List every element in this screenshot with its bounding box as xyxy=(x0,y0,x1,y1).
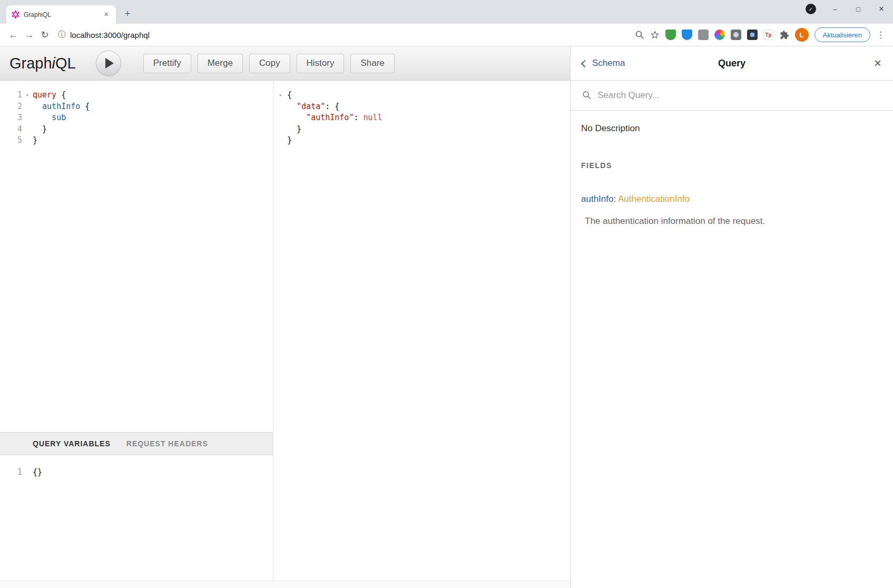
query-editor[interactable]: 1▾query {2 authInfo {3 sub4 }5} xyxy=(0,81,273,432)
fold-arrow-icon[interactable]: ▾ xyxy=(273,90,287,101)
zoom-icon[interactable] xyxy=(635,30,644,40)
field-type-link[interactable]: AuthenticationInfo xyxy=(618,194,690,204)
execute-query-button[interactable] xyxy=(96,51,121,76)
page-info-icon[interactable]: ⓘ xyxy=(58,30,65,40)
variables-tab-bar: QUERY VARIABLESREQUEST HEADERS xyxy=(0,432,273,455)
line-number: 2 xyxy=(0,101,22,113)
window-minimize-button[interactable]: – xyxy=(823,0,847,18)
code-line: "data": { xyxy=(273,101,570,113)
code-line: 3 sub xyxy=(0,112,273,124)
code-line: 1{} xyxy=(0,467,273,478)
doc-back-button[interactable]: Schema xyxy=(582,58,625,68)
fold-gutter xyxy=(22,467,33,478)
doc-fields-header: FIELDS xyxy=(581,161,882,170)
fold-gutter xyxy=(273,112,287,124)
fold-gutter xyxy=(22,135,33,146)
window-maximize-button[interactable]: □ xyxy=(847,0,870,18)
browser-tab[interactable]: GraphiQL × xyxy=(6,5,116,24)
extension-icon-color-wheel[interactable] xyxy=(714,30,725,40)
extension-icon-green-shield[interactable] xyxy=(665,30,676,40)
browser-window: GraphiQL × + ✓ – □ × ← → ↻ ⓘ localhost:3… xyxy=(0,0,893,588)
profile-avatar[interactable]: L xyxy=(795,28,809,42)
bookmark-star-icon[interactable] xyxy=(650,30,660,40)
fold-gutter xyxy=(22,101,33,113)
fold-gutter xyxy=(22,124,33,135)
extension-icon-dark[interactable] xyxy=(747,30,758,40)
graphql-favicon-icon xyxy=(12,11,19,18)
doc-header: Schema Query × xyxy=(571,46,893,81)
field-description: The authentication information of the re… xyxy=(581,216,882,227)
graphiql-toolbar: GraphiQL PrettifyMergeCopyHistoryShare xyxy=(0,46,570,81)
fold-gutter xyxy=(273,124,287,135)
result-viewer[interactable]: ▾{ "data": { "authInfo": null }} xyxy=(273,81,570,581)
fold-gutter xyxy=(22,112,33,124)
extension-icon-blue-shield[interactable] xyxy=(682,30,692,40)
code-line: ▾{ xyxy=(273,90,570,101)
address-bar[interactable]: ⓘ localhost:3000/graphql xyxy=(58,30,635,40)
code-line: } xyxy=(273,124,570,135)
doc-back-label: Schema xyxy=(592,58,625,68)
editor-panes: 1▾query {2 authInfo {3 sub4 }5} QUERY VA… xyxy=(0,81,570,581)
fold-gutter xyxy=(273,135,287,146)
doc-description: No Description xyxy=(581,123,882,134)
line-number: 5 xyxy=(0,135,22,146)
extension-icon-tp[interactable]: Tp xyxy=(763,30,774,40)
field-separator: : xyxy=(613,194,618,204)
doc-body: No Description FIELDS authInfo: Authenti… xyxy=(571,111,893,239)
browser-navbar: ← → ↻ ⓘ localhost:3000/graphql Tp L xyxy=(0,24,893,46)
doc-field-item: authInfo: AuthenticationInfoThe authenti… xyxy=(581,194,882,227)
toolbar-button-history[interactable]: History xyxy=(297,54,345,73)
code-line: 1▾query { xyxy=(0,90,273,101)
line-number: 3 xyxy=(0,112,22,124)
browser-menu-icon[interactable]: ⋮ xyxy=(876,30,885,41)
search-icon xyxy=(582,91,592,100)
horizontal-scrollbar[interactable] xyxy=(0,581,570,588)
line-number: 1 xyxy=(0,90,22,101)
toolbar-button-prettify[interactable]: Prettify xyxy=(143,54,191,73)
line-number: 4 xyxy=(0,124,22,135)
fold-arrow-icon[interactable]: ▾ xyxy=(22,90,33,101)
refresh-extension-button[interactable]: Aktualisieren xyxy=(815,27,870,42)
new-tab-button[interactable]: + xyxy=(120,6,135,21)
window-close-button[interactable]: × xyxy=(870,0,893,18)
field-name-link[interactable]: authInfo xyxy=(581,194,613,204)
doc-search-input[interactable] xyxy=(597,90,881,101)
code-line: } xyxy=(273,135,570,146)
toolbar-button-group: PrettifyMergeCopyHistoryShare xyxy=(143,54,395,73)
doc-search-box[interactable] xyxy=(571,81,893,111)
code-line: 5} xyxy=(0,135,273,146)
toolbar-button-merge[interactable]: Merge xyxy=(198,54,243,73)
play-icon xyxy=(105,58,114,68)
fold-gutter xyxy=(273,101,287,113)
window-controls: ✓ – □ × xyxy=(806,0,893,18)
code-line: 4 } xyxy=(0,124,273,135)
toolbar-button-copy[interactable]: Copy xyxy=(249,54,290,73)
doc-field-signature: authInfo: AuthenticationInfo xyxy=(581,194,882,204)
graphiql-workspace: GraphiQL PrettifyMergeCopyHistoryShare 1… xyxy=(0,46,570,588)
extension-icon-camera[interactable] xyxy=(731,30,741,40)
back-icon[interactable]: ← xyxy=(5,30,21,41)
navbar-actions: Tp L Aktualisieren ⋮ xyxy=(635,27,888,42)
browser-status-badge-icon[interactable]: ✓ xyxy=(806,4,816,14)
url-text[interactable]: localhost:3000/graphql xyxy=(70,31,150,40)
query-pane: 1▾query {2 authInfo {3 sub4 }5} QUERY VA… xyxy=(0,81,273,581)
variables-tab-request-headers[interactable]: REQUEST HEADERS xyxy=(126,439,208,448)
browser-tab-strip: GraphiQL × + ✓ – □ × xyxy=(0,0,893,24)
variables-editor[interactable]: 1{} xyxy=(0,455,273,581)
tab-close-icon[interactable]: × xyxy=(102,10,111,19)
toolbar-button-share[interactable]: Share xyxy=(350,54,394,73)
chevron-left-icon xyxy=(581,60,588,67)
doc-close-button[interactable]: × xyxy=(874,57,881,70)
forward-icon[interactable]: → xyxy=(21,30,37,41)
extension-icon-gray[interactable] xyxy=(698,30,709,40)
variables-tab-query-variables[interactable]: QUERY VARIABLES xyxy=(33,439,111,448)
code-line: "authInfo": null xyxy=(273,112,570,124)
line-number: 1 xyxy=(0,467,22,478)
doc-fields-list: authInfo: AuthenticationInfoThe authenti… xyxy=(581,194,882,227)
reload-icon[interactable]: ↻ xyxy=(37,29,53,41)
extensions-puzzle-icon[interactable] xyxy=(780,30,789,40)
graphiql-app: GraphiQL PrettifyMergeCopyHistoryShare 1… xyxy=(0,46,893,588)
graphiql-logo: GraphiQL xyxy=(9,55,76,72)
code-line: 2 authInfo { xyxy=(0,101,273,113)
tab-title: GraphiQL xyxy=(24,11,97,18)
